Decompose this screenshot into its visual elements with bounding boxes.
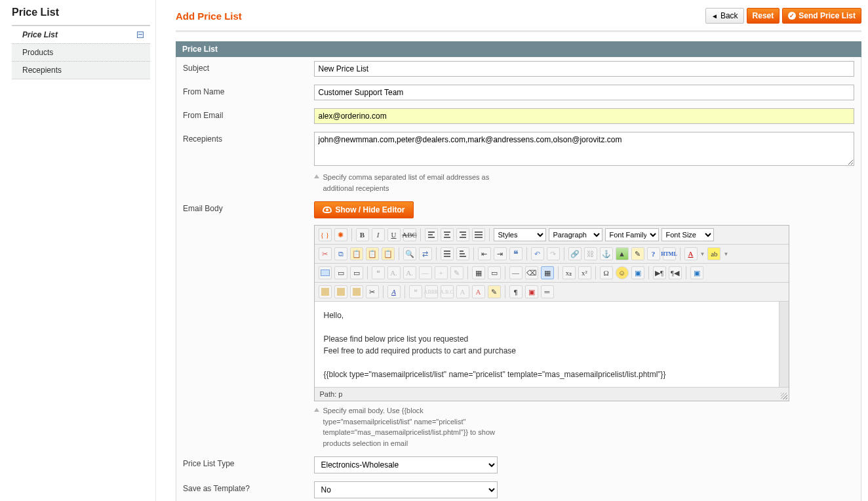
anchor-icon[interactable]: ⚓ [600, 247, 613, 260]
align-center-icon[interactable] [441, 228, 454, 241]
redo-icon[interactable]: ↷ [547, 247, 560, 260]
image-icon[interactable]: ▲ [616, 247, 629, 260]
outdent-icon[interactable]: ⇤ [478, 247, 491, 260]
ins2-icon[interactable]: A [472, 285, 485, 298]
undo-icon[interactable]: ↶ [531, 247, 544, 260]
attributes-icon[interactable]: ✎ [450, 266, 464, 279]
visual-aid-icon[interactable]: ▦ [541, 266, 554, 279]
rtl-icon[interactable]: ¶◀ [669, 266, 682, 279]
recepients-textarea[interactable]: john@newmman.com,peter@dealers.com,mark@… [314, 132, 855, 166]
sidebar-item-recepients[interactable]: Recepients [12, 61, 150, 79]
align-justify-icon[interactable] [472, 228, 485, 241]
editor-path-text: Path: p [320, 390, 343, 398]
resize-grip-icon[interactable] [781, 393, 787, 399]
section-title: Price List [176, 41, 861, 57]
strikethrough-icon[interactable]: ABC [403, 228, 416, 241]
table-icon[interactable]: ▦ [472, 266, 485, 279]
table-insert-icon[interactable] [319, 285, 332, 298]
table-cell-icon[interactable] [350, 285, 363, 298]
ordered-list-icon[interactable] [456, 247, 469, 260]
sidebar-item-products[interactable]: Products [12, 43, 150, 61]
del2-icon[interactable]: A [456, 285, 469, 298]
italic-icon[interactable]: I [372, 228, 385, 241]
copy-icon[interactable]: ⧉ [334, 247, 347, 260]
bold-icon[interactable]: B [356, 228, 369, 241]
back-button[interactable]: ◄ Back [705, 8, 744, 24]
sidebar-item-price-list[interactable]: Price List [12, 26, 150, 43]
from-name-input[interactable] [314, 85, 855, 100]
acr-icon[interactable]: A.B.C [441, 285, 454, 298]
del-icon[interactable]: — [419, 266, 432, 279]
html-source-icon[interactable]: HTML [663, 247, 676, 260]
align-right-icon[interactable] [456, 228, 469, 241]
show-hide-editor-button[interactable]: Show / Hide Editor [314, 201, 414, 218]
acronym-icon[interactable]: A. [403, 266, 416, 279]
ltr-icon[interactable]: ▶¶ [653, 266, 666, 279]
insert-widget-icon[interactable]: { } [319, 228, 332, 241]
label-recepients: Recepients [176, 128, 307, 197]
text-color-icon[interactable]: A [684, 247, 698, 260]
page-header: Add Price List ◄ Back Reset ✓ Send Price… [176, 7, 861, 30]
replace-icon[interactable]: ⇄ [419, 247, 432, 260]
table-delete-icon[interactable] [334, 285, 347, 298]
background-color-icon[interactable]: ab [707, 247, 720, 260]
editor-body[interactable]: Hello, Please find below price list you … [315, 302, 789, 387]
media-icon[interactable]: ▣ [631, 266, 644, 279]
cut-icon[interactable]: ✂ [319, 247, 332, 260]
unordered-list-icon[interactable] [441, 247, 454, 260]
underline-icon[interactable]: U [387, 228, 401, 241]
pagebreak-icon[interactable]: ═ [541, 285, 554, 298]
emoticon-icon[interactable]: ☺ [616, 266, 629, 279]
help-icon[interactable]: ? [647, 247, 660, 260]
editor-line: {{block type="masemailpricelist/list" na… [324, 369, 779, 380]
paste-icon[interactable]: 📋 [350, 247, 363, 260]
layer-backward-icon[interactable]: ▭ [350, 266, 363, 279]
blockquote-icon[interactable]: ❝ [509, 247, 523, 260]
editor-toolbar-row-1: { } ✺ B I U ABC [315, 226, 789, 245]
format-select[interactable]: Paragraph [549, 228, 602, 241]
edit-attrs-icon[interactable]: ✎ [488, 285, 501, 298]
reset-button[interactable]: Reset [747, 8, 780, 24]
unlink-icon[interactable]: ⛓ [584, 247, 597, 260]
from-email-input[interactable] [314, 108, 855, 124]
styles-select[interactable]: Styles [494, 228, 546, 241]
abbr2-icon[interactable]: ABBR [425, 285, 438, 298]
font-family-select[interactable]: Font Family [605, 228, 659, 241]
table-merge-icon[interactable]: ✂ [366, 285, 379, 298]
cleanup-icon[interactable]: ✎ [631, 247, 644, 260]
save-as-template-select[interactable]: No [314, 481, 498, 498]
nonbreaking-icon[interactable]: ▣ [525, 285, 538, 298]
row-props-icon[interactable]: ▭ [488, 266, 501, 279]
ins-icon[interactable]: + [435, 266, 448, 279]
sidebar-item-label: Recepients [22, 66, 62, 75]
editor-path-bar: Path: p [315, 387, 789, 401]
cite-icon[interactable]: ❝ [372, 266, 385, 279]
subscript-icon[interactable]: x₂ [562, 266, 576, 279]
hr-icon[interactable]: — [509, 266, 523, 279]
paste-word-icon[interactable]: 📋 [382, 247, 395, 260]
back-button-label: Back [720, 11, 738, 20]
align-left-icon[interactable] [425, 228, 438, 241]
scrollbar-down-icon[interactable]: ▾ [781, 379, 787, 386]
fullscreen-icon[interactable]: ▣ [690, 266, 703, 279]
sidebar-item-label: Price List [22, 30, 58, 39]
send-price-list-button[interactable]: ✓ Send Price List [782, 8, 861, 24]
special-char-icon[interactable]: Ω [600, 266, 613, 279]
remove-format-icon[interactable]: ⌫ [525, 266, 538, 279]
insert-variable-icon[interactable]: ✺ [334, 228, 347, 241]
abbr-icon[interactable]: A. [387, 266, 401, 279]
indent-icon[interactable]: ⇥ [494, 247, 507, 260]
find-icon[interactable]: 🔍 [403, 247, 416, 260]
link-icon[interactable]: 🔗 [568, 247, 582, 260]
subject-input[interactable] [314, 61, 855, 77]
paragraph-icon[interactable]: ¶ [509, 285, 523, 298]
font-size-select[interactable]: Font Size [661, 228, 714, 241]
price-list-type-select[interactable]: Electronics-Wholesale [314, 456, 498, 473]
insert-layer-icon[interactable] [319, 266, 332, 279]
layer-forward-icon[interactable]: ▭ [334, 266, 347, 279]
style-props-icon[interactable]: A [387, 285, 401, 298]
quote-start-icon[interactable]: ❝ [409, 285, 422, 298]
scrollbar-thumb[interactable] [781, 304, 787, 370]
paste-text-icon[interactable]: 📋 [366, 247, 379, 260]
superscript-icon[interactable]: x² [578, 266, 591, 279]
